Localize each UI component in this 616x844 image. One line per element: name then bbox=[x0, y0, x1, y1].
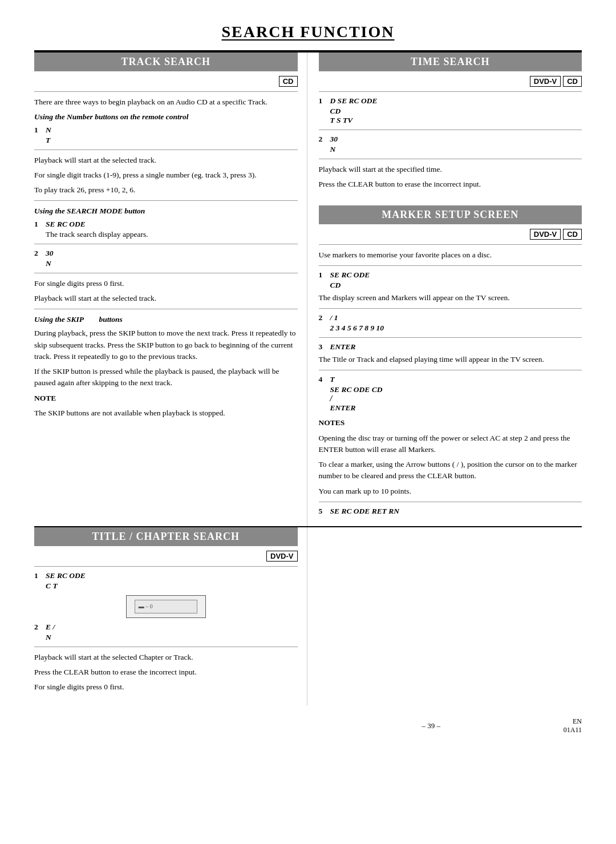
track-method2-heading: Using the SEARCH MODE button bbox=[34, 205, 298, 217]
ms-step3-content: ENTER bbox=[330, 342, 356, 352]
step-sub: T bbox=[46, 136, 298, 145]
step-num: 1 bbox=[34, 126, 42, 135]
ms-step5-num: 5 bbox=[319, 507, 327, 516]
ts-step2-sub: N bbox=[330, 145, 582, 154]
tc-desc3: For single digits press 0 first. bbox=[34, 681, 298, 693]
ts-step1-num: 1 bbox=[319, 96, 327, 106]
ms-step4-sub2: / bbox=[330, 394, 333, 403]
notes-label: NOTES bbox=[319, 417, 582, 429]
time-search-header: TIME SEARCH bbox=[319, 53, 582, 71]
ms-step2-sub: 2 3 4 5 6 7 8 9 10 bbox=[330, 324, 582, 333]
notes-text2: To clear a marker, using the Arrow butto… bbox=[319, 459, 582, 482]
ts-desc2: Press the CLEAR button to erase the inco… bbox=[319, 179, 582, 190]
marker-setup-header: MARKER SETUP SCREEN bbox=[319, 205, 582, 224]
ms-step4-num: 4 bbox=[319, 375, 327, 384]
track-search-intro: There are three ways to begin playback o… bbox=[34, 96, 298, 108]
tc-step1-sub: C T bbox=[46, 581, 298, 591]
track-search-badge-cd: CD bbox=[279, 76, 298, 87]
ts-desc1: Playback will start at the specified tim… bbox=[319, 164, 582, 175]
ts-step1-content: D SE RC ODE bbox=[330, 96, 378, 106]
title-chapter-header: TITLE / CHAPTER SEARCH bbox=[34, 527, 298, 546]
screen-image: ▬ – 0 bbox=[126, 595, 206, 618]
ts-step2-content: 30 bbox=[330, 135, 338, 144]
m2-step2-content: 30 bbox=[46, 249, 54, 258]
ts-step1-sub1: CD bbox=[330, 107, 582, 116]
marker-badge-dvdv: DVD-V bbox=[530, 229, 561, 240]
tc-step2-num: 2 bbox=[34, 623, 42, 632]
ms-step5-content: SE RC ODE RET RN bbox=[330, 507, 400, 516]
m2-desc1: For single digits press 0 first. bbox=[34, 278, 298, 289]
ms-step2-content: / 1 bbox=[330, 313, 338, 322]
ms-step1-content: SE RC ODE bbox=[330, 270, 370, 280]
m3-desc1: During playback, press the SKIP button t… bbox=[34, 328, 298, 362]
track-desc3: To play track 26, press +10, 2, 6. bbox=[34, 184, 298, 196]
m3-desc2: If the SKIP button is pressed while the … bbox=[34, 366, 298, 389]
notes-text3: You can mark up to 10 points. bbox=[319, 486, 582, 497]
footer-center: – 39 – bbox=[299, 721, 564, 730]
track-method1-heading: Using the Number buttons on the remote c… bbox=[34, 111, 298, 123]
tc-step2-content: E / bbox=[46, 623, 55, 632]
ms-step3-desc: The Title or Track and elapsed playing t… bbox=[319, 354, 582, 365]
tc-desc2: Press the CLEAR button to erase the inco… bbox=[34, 667, 298, 678]
time-badge-dvdv: DVD-V bbox=[530, 76, 561, 87]
ms-step1-num: 1 bbox=[319, 270, 327, 280]
ts-step1-sub2: T S TV bbox=[330, 116, 582, 125]
notes-text1: Opening the disc tray or turning off the… bbox=[319, 433, 582, 456]
time-badge-cd: CD bbox=[563, 76, 582, 87]
track-desc2: For single digit tracks (1-9), press a s… bbox=[34, 169, 298, 181]
tc-step1-num: 1 bbox=[34, 571, 42, 580]
ms-step2-num: 2 bbox=[319, 313, 327, 322]
title-chapter-badge: DVD-V bbox=[266, 551, 297, 562]
ms-step4-content: T bbox=[330, 375, 335, 384]
step-content: N bbox=[46, 126, 51, 135]
m2-step1-num: 1 bbox=[34, 220, 42, 229]
tc-step2-sub: N bbox=[46, 633, 298, 642]
m2-step1-content: SE RC ODE bbox=[46, 220, 86, 229]
track-search-header: TRACK SEARCH bbox=[34, 53, 298, 71]
m2-step2-sub: N bbox=[46, 259, 298, 268]
marker-badge-cd: CD bbox=[563, 229, 582, 240]
page-title: SEARCH FUNCTION bbox=[34, 23, 582, 41]
m2-desc2: Playback will start at the selected trac… bbox=[34, 293, 298, 304]
m2-step1-sub: The track search display appears. bbox=[46, 230, 298, 239]
ms-step4-sub3: ENTER bbox=[330, 403, 582, 413]
m2-step2-num: 2 bbox=[34, 249, 42, 258]
ms-step3-num: 3 bbox=[319, 342, 327, 352]
ts-step2-num: 2 bbox=[319, 135, 327, 144]
tc-step1-content: SE RC ODE bbox=[46, 571, 86, 580]
marker-intro: Use markers to memorise your favorite pl… bbox=[319, 249, 582, 261]
note-label: NOTE bbox=[34, 393, 298, 404]
ms-step1-desc: The display screen and Markers will appe… bbox=[319, 292, 582, 304]
page-footer: – 39 – EN 01A11 bbox=[34, 717, 582, 734]
ms-step4-sub1: SE RC ODE CD bbox=[330, 385, 582, 394]
tc-desc1: Playback will start at the selected Chap… bbox=[34, 652, 298, 663]
track-method3-heading: Using the SKIP buttons bbox=[34, 314, 298, 325]
track-desc1: Playback will start at the selected trac… bbox=[34, 155, 298, 166]
note-text: The SKIP buttons are not available when … bbox=[34, 407, 298, 419]
ms-step1-sub: CD bbox=[330, 281, 582, 290]
footer-right: EN 01A11 bbox=[564, 717, 582, 734]
